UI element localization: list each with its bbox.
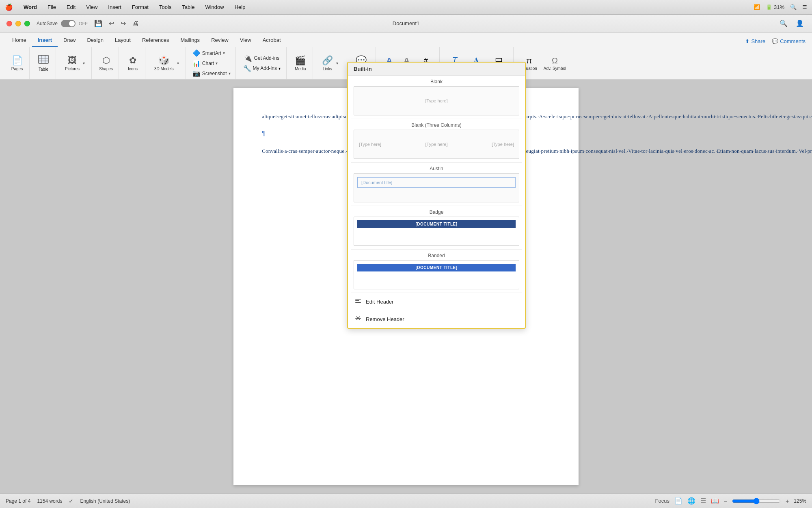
three-col-label: Blank (Three Columns) [354,122,519,128]
pages-button[interactable]: 📄 Pages [8,54,26,73]
shapes-button[interactable]: ⬡ Shapes [97,54,115,73]
remove-header-action[interactable]: Remove Header [348,310,525,328]
smartart-arrow: ▾ [223,51,225,55]
maximize-button[interactable] [24,21,30,26]
banded-label: Banded [354,253,519,258]
icons-button[interactable]: ✿ Icons [124,54,142,73]
chart-button[interactable]: 📊 Chart ▾ [191,59,232,68]
header-option-austin[interactable]: Austin [Document title] [348,163,525,206]
tab-references[interactable]: References [136,35,175,47]
links-label: Links [323,67,332,71]
header-option-blank[interactable]: Blank [Type here] [348,76,525,119]
ribbon-group-links: 🔗 Links ▾ [315,47,345,79]
header-option-badge[interactable]: Badge [DOCUMENT TITLE] [348,206,525,249]
view-read-icon[interactable]: 📖 [711,497,719,505]
minimize-button[interactable] [15,21,21,26]
pictures-arrow[interactable]: ▾ [82,54,86,73]
3d-arrow[interactable]: ▾ [176,54,180,73]
table-button[interactable]: Table [35,53,52,73]
pictures-label: Pictures [65,67,80,71]
zoom-slider[interactable] [732,498,781,504]
pictures-button[interactable]: 🖼 Pictures ▾ [61,52,88,74]
menubar-format[interactable]: Format [130,3,150,11]
tab-draw[interactable]: Draw [58,35,81,47]
austin-placeholder: [Document title] [361,180,392,185]
ribbon-tabs: Home Insert Draw Design Layout Reference… [0,33,812,47]
media-label: Media [295,67,306,71]
ribbon-group-pages: 📄 Pages [5,47,30,79]
redo-button[interactable]: ↪ [119,19,127,28]
print-button[interactable]: 🖨 [131,19,140,28]
spell-check-icon[interactable]: ✓ [69,498,73,504]
3d-button[interactable]: 🎲 3D Models ▾ [150,52,182,74]
icons-icon: ✿ [129,55,136,66]
header-option-three-col[interactable]: Blank (Three Columns) [Type here] [Type … [348,119,525,162]
comments-button[interactable]: 💬 Comments [772,38,806,44]
ribbon-group-pictures: 🖼 Pictures ▾ [58,47,92,79]
tab-design[interactable]: Design [81,35,109,47]
page-info: Page 1 of 4 [6,498,30,504]
menubar-tools[interactable]: Tools [158,3,173,11]
tab-home[interactable]: Home [6,35,32,47]
edit-header-action[interactable]: Edit Header [348,293,525,310]
links-arrow[interactable]: ▾ [335,54,339,73]
menubar-table[interactable]: Table [180,3,196,11]
document-title: Document1 [393,20,419,26]
links-main[interactable]: 🔗 Links [320,54,335,73]
my-addins-button[interactable]: 🔧 My Add-ins ▾ [241,64,283,73]
menubar-insert[interactable]: Insert [106,3,123,11]
header-dropdown[interactable]: Built-in Blank [Type here] Blank (Three … [347,62,526,329]
menubar-right: 📶 🔋 31% 🔍 ☰ [754,4,807,10]
language[interactable]: English (United States) [80,498,130,504]
three-col-preview: [Type here] [Type here] [Type here] [354,130,519,159]
smartart-button[interactable]: 🔷 SmartArt ▾ [191,48,232,58]
macos-menubar: 🍎 Word File Edit View Insert Format Tool… [0,0,812,15]
word-count: 1154 words [37,498,62,504]
get-addins-button[interactable]: 🔌 Get Add-ins [242,54,282,63]
focus-button[interactable]: Focus [655,498,669,504]
profile-button[interactable]: 👤 [794,19,806,28]
blank-preview: [Type here] [354,86,519,115]
search-icon[interactable]: 🔍 [790,4,797,10]
tab-review[interactable]: Review [205,35,234,47]
tab-acrobat[interactable]: Acrobat [257,35,287,47]
menubar-help[interactable]: Help [233,3,247,11]
wifi-icon: 📶 [754,4,760,10]
screenshot-button[interactable]: 📷 Screenshot ▾ [191,69,232,78]
media-button[interactable]: 🎬 Media [292,54,309,73]
symbol-button[interactable]: Ω Adv. Symbol [541,54,568,72]
close-button[interactable] [6,21,12,26]
share-button[interactable]: ⬆ Share [745,38,765,44]
menubar-window[interactable]: Window [203,3,225,11]
menubar-file[interactable]: File [46,3,58,11]
window-controls [6,21,30,26]
header-option-banded[interactable]: Banded [DOCUMENT TITLE] [348,250,525,293]
zoom-out-icon[interactable]: − [724,498,727,504]
dropdown-scroll[interactable]: Blank [Type here] Blank (Three Columns) … [348,76,525,293]
tab-layout[interactable]: Layout [109,35,136,47]
pages-label: Pages [11,67,23,71]
pages-icon: 📄 [12,55,23,66]
zoom-in-icon[interactable]: + [786,498,789,504]
tab-insert[interactable]: Insert [32,35,58,47]
save-button[interactable]: 💾 [93,19,104,28]
control-center-icon[interactable]: ☰ [802,4,807,10]
menubar-word[interactable]: Word [22,3,39,11]
3d-main[interactable]: 🎲 3D Models [153,54,175,73]
autosave-label: AutoSave [37,21,58,26]
undo-button[interactable]: ↩ [107,19,116,28]
view-print-icon[interactable]: 📄 [674,497,682,505]
links-button[interactable]: 🔗 Links ▾ [318,52,341,74]
search-button[interactable]: 🔍 [778,19,789,28]
view-outline-icon[interactable]: ☰ [700,497,706,505]
austin-inner: [Document title] [357,177,516,188]
autosave-toggle[interactable] [61,20,76,27]
menubar-edit[interactable]: Edit [65,3,77,11]
tab-mailings[interactable]: Mailings [175,35,205,47]
apple-menu[interactable]: 🍎 [5,3,13,11]
tab-view[interactable]: View [234,35,257,47]
media-icon: 🎬 [295,55,306,66]
menubar-view[interactable]: View [84,3,99,11]
pictures-main[interactable]: 🖼 Pictures [63,54,81,73]
view-web-icon[interactable]: 🌐 [687,497,695,505]
